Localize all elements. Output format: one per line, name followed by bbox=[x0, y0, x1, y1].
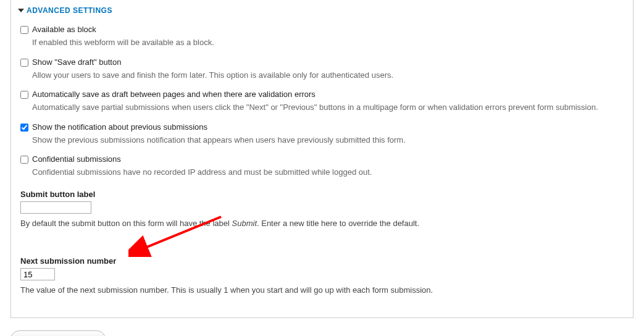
auto-save-draft-description: Automatically save partial submissions w… bbox=[32, 101, 624, 114]
submit-button-label-help: By default the submit button on this for… bbox=[20, 217, 624, 230]
advanced-settings-toggle[interactable]: ADVANCED SETTINGS bbox=[20, 0, 624, 21]
next-submission-item: Next submission number The value of the … bbox=[20, 256, 624, 296]
next-submission-help: The value of the next submission number.… bbox=[20, 284, 624, 296]
collapse-triangle-icon bbox=[18, 9, 24, 12]
submit-button-label-input[interactable] bbox=[20, 201, 91, 214]
submit-help-prefix: By default the submit button on this for… bbox=[20, 219, 232, 228]
next-submission-input[interactable] bbox=[20, 268, 55, 280]
confidential-item: Confidential submissions Confidential su… bbox=[20, 154, 624, 178]
show-save-draft-description: Allow your users to save and finish the … bbox=[32, 69, 624, 82]
confidential-checkbox[interactable] bbox=[20, 156, 28, 164]
submit-button-label-label: Submit button label bbox=[20, 190, 624, 199]
advanced-settings-legend: ADVANCED SETTINGS bbox=[27, 6, 112, 15]
advanced-settings-fieldset: ADVANCED SETTINGS Available as block If … bbox=[10, 0, 634, 318]
confidential-description: Confidential submissions have no recorde… bbox=[32, 166, 624, 178]
submit-help-suffix: . Enter a new title here to override the… bbox=[257, 219, 419, 228]
show-notification-label[interactable]: Show the notification about previous sub… bbox=[32, 122, 207, 132]
available-as-block-description: If enabled this webform will be availabl… bbox=[32, 36, 624, 49]
submit-help-em: Submit bbox=[232, 219, 257, 228]
auto-save-draft-label[interactable]: Automatically save as draft between page… bbox=[32, 90, 316, 99]
show-save-draft-item: Show "Save draft" button Allow your user… bbox=[20, 57, 624, 82]
next-submission-label: Next submission number bbox=[20, 256, 624, 266]
available-as-block-item: Available as block If enabled this webfo… bbox=[20, 25, 624, 49]
show-notification-item: Show the notification about previous sub… bbox=[20, 122, 624, 146]
actions-row: Save configuration bbox=[0, 330, 644, 337]
show-notification-checkbox[interactable] bbox=[20, 124, 28, 132]
confidential-label[interactable]: Confidential submissions bbox=[32, 154, 121, 164]
show-save-draft-label[interactable]: Show "Save draft" button bbox=[32, 57, 121, 67]
submit-button-label-item: Submit button label By default the submi… bbox=[20, 190, 624, 230]
show-save-draft-checkbox[interactable] bbox=[20, 59, 28, 67]
auto-save-draft-item: Automatically save as draft between page… bbox=[20, 90, 624, 114]
show-notification-description: Show the previous submissions notificati… bbox=[32, 134, 624, 146]
save-configuration-button[interactable]: Save configuration bbox=[10, 330, 106, 337]
available-as-block-checkbox[interactable] bbox=[20, 26, 28, 34]
available-as-block-label[interactable]: Available as block bbox=[32, 25, 96, 34]
auto-save-draft-checkbox[interactable] bbox=[20, 91, 28, 99]
